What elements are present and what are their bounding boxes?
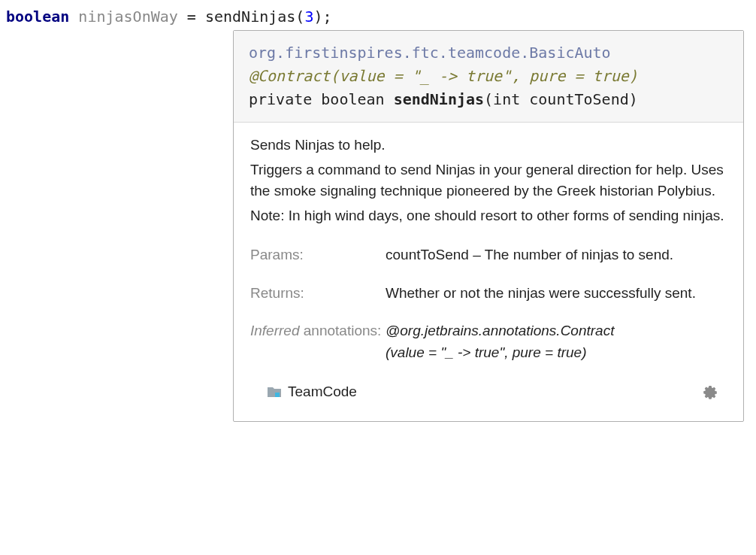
- package-path[interactable]: org.firstinspires.ftc.teamcode.BasicAuto: [249, 41, 728, 65]
- inferred-value-line2: (value = "_ -> true", pure = true): [386, 342, 719, 364]
- module-name: TeamCode: [288, 381, 357, 403]
- doc-footer: TeamCode: [250, 380, 727, 412]
- folder-icon: [267, 386, 282, 398]
- description-line-1: Sends Ninjas to help.: [250, 135, 727, 156]
- params-label: Params:: [250, 244, 386, 283]
- inferred-value-line1: @org.jetbrains.annotations.Contract: [386, 320, 719, 342]
- returns-row: Returns: Whether or not the ninjas were …: [250, 283, 727, 321]
- svg-rect-0: [275, 393, 280, 397]
- returns-value: Whether or not the ninjas were successfu…: [386, 283, 727, 321]
- variable-name: ninjasOnWay: [69, 8, 187, 26]
- paren-close-semi: );: [313, 8, 331, 26]
- params-row: Params: countToSend – The number of ninj…: [250, 244, 727, 283]
- keyword-boolean: boolean: [6, 8, 69, 26]
- contract-annotation: @Contract(value = "_ -> true", pure = tr…: [249, 65, 728, 88]
- returns-label: Returns:: [250, 283, 386, 321]
- description-line-3: Note: In high wind days, one should reso…: [250, 205, 727, 227]
- inferred-label-word2: annotations:: [304, 323, 382, 338]
- inferred-label: Inferred annotations:: [250, 320, 386, 380]
- argument-literal: 3: [304, 8, 313, 26]
- gear-icon[interactable]: [703, 384, 718, 399]
- equals-sign: =: [187, 8, 205, 26]
- description-line-2: Triggers a command to send Ninjas in you…: [250, 159, 727, 202]
- doc-header: org.firstinspires.ftc.teamcode.BasicAuto…: [234, 31, 743, 123]
- doc-body: Sends Ninjas to help. Triggers a command…: [234, 123, 743, 421]
- module-indicator[interactable]: TeamCode: [267, 381, 357, 403]
- code-line[interactable]: boolean ninjasOnWay = sendNinjas(3);: [6, 6, 750, 33]
- inferred-label-word: Inferred: [250, 323, 299, 338]
- inferred-annotations-row: Inferred annotations: @org.jetbrains.ann…: [250, 320, 727, 380]
- doc-sections: Params: countToSend – The number of ninj…: [250, 244, 727, 380]
- sig-method-name: sendNinjas: [394, 90, 484, 108]
- method-call: sendNinjas: [205, 8, 295, 26]
- paren-open: (: [295, 8, 304, 26]
- doc-description: Sends Ninjas to help. Triggers a command…: [250, 135, 727, 226]
- method-signature: private boolean sendNinjas(int countToSe…: [249, 88, 728, 111]
- sig-suffix: (int countToSend): [484, 90, 638, 108]
- sig-prefix: private boolean: [249, 90, 394, 108]
- params-value: countToSend – The number of ninjas to se…: [386, 244, 727, 283]
- inferred-value: @org.jetbrains.annotations.Contract (val…: [386, 320, 727, 380]
- quick-doc-popup: org.firstinspires.ftc.teamcode.BasicAuto…: [233, 30, 744, 422]
